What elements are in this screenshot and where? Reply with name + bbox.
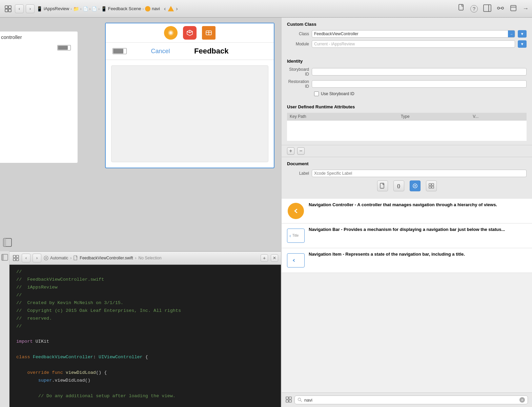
- code-line-2: // FeedbackViewController.swift: [16, 276, 274, 284]
- cancel-button[interactable]: Cancel: [151, 48, 170, 55]
- code-line-10: import UIKit: [16, 338, 274, 346]
- run-icon[interactable]: →: [523, 5, 529, 12]
- code-file-group: FeedbackViewController.swift: [74, 255, 133, 261]
- breadcrumb-doc2[interactable]: 📄: [92, 6, 97, 11]
- nav-forward-button[interactable]: ›: [26, 4, 35, 13]
- controller-battery: [57, 45, 71, 50]
- nav-bar-icon-container: ‹ Title: [287, 227, 305, 244]
- code-line-17: // Do any additional setup after loading…: [16, 392, 274, 400]
- module-placeholder[interactable]: Current - iAppsReview: [312, 40, 515, 48]
- svg-rect-41: [289, 397, 291, 399]
- panel-toggle[interactable]: [3, 238, 12, 249]
- code-selection-label[interactable]: No Selection: [139, 256, 162, 260]
- feedback-toolbar-icons: [106, 23, 274, 43]
- nav-bar-chevron-icon: ‹: [289, 233, 291, 238]
- code-toolbar: ‹ › Automatic › FeedbackViewController.s…: [9, 251, 281, 265]
- nav-back-button[interactable]: ‹: [15, 4, 24, 13]
- nav-controller-item[interactable]: Navigation Controller - A controller tha…: [282, 199, 532, 223]
- circle-icon-btn[interactable]: [410, 180, 421, 191]
- code-line-13: [16, 361, 274, 369]
- code-file-label[interactable]: FeedbackViewController.swift: [80, 256, 133, 260]
- code-line-6: // Copyright (c) 2015 Oak Leaf Enterpris…: [16, 307, 274, 315]
- svg-line-45: [301, 401, 302, 402]
- document-icon[interactable]: [458, 4, 465, 13]
- runtime-remove-btn[interactable]: −: [297, 147, 305, 155]
- use-storyboard-checkbox[interactable]: [314, 91, 319, 96]
- code-nav-forward[interactable]: ›: [33, 254, 41, 262]
- identity-section: Identity Storyboard ID Restoration ID Us…: [282, 55, 532, 100]
- search-grid-icon[interactable]: [286, 397, 292, 404]
- class-arrow-btn[interactable]: →: [508, 30, 515, 37]
- class-row: Class FeedbackViewController → ▼: [287, 30, 527, 38]
- left-toggle-panel[interactable]: [0, 251, 9, 407]
- doc-icon-2: 📄: [92, 6, 97, 11]
- nav-right-arrow[interactable]: ›: [176, 6, 178, 12]
- feedback-icon-yellow: [164, 26, 178, 40]
- debug-icon[interactable]: [510, 4, 517, 13]
- grid-icon[interactable]: [3, 4, 13, 14]
- runtime-add-btn[interactable]: +: [287, 147, 294, 155]
- search-clear-button[interactable]: ✕: [519, 397, 525, 403]
- top-toolbar: ‹ › 📱 iAppsReview › 📁 › 📄 › 📄 › 📱 Feedba…: [0, 0, 532, 18]
- add-assistant-button[interactable]: +: [261, 254, 268, 262]
- nav-item-icon-container: [287, 252, 305, 269]
- svg-rect-40: [286, 397, 288, 399]
- breadcrumb-doc1[interactable]: 📄: [83, 6, 88, 11]
- breadcrumb-iappsreview[interactable]: 📱 iAppsReview: [37, 6, 69, 12]
- connect-icon[interactable]: [497, 4, 504, 13]
- code-grid-icon[interactable]: [12, 254, 20, 262]
- code-nav-back[interactable]: ‹: [22, 254, 30, 262]
- class-input-wrapper: FeedbackViewController →: [312, 30, 515, 38]
- svg-rect-1: [8, 6, 11, 8]
- svg-point-8: [502, 7, 504, 9]
- breadcrumb-feedback-label: navi: [152, 6, 160, 11]
- svg-rect-4: [459, 4, 463, 10]
- search-magnifier-icon: [298, 398, 302, 402]
- storyboard-id-input[interactable]: [312, 68, 527, 76]
- code-area: ‹ › Automatic › FeedbackViewController.s…: [9, 251, 281, 407]
- label-input[interactable]: [312, 170, 527, 177]
- search-input[interactable]: [304, 398, 517, 403]
- bottom-search: ✕: [282, 392, 532, 407]
- doc-icon-btn[interactable]: [377, 180, 388, 191]
- grid-icon-btn[interactable]: [426, 180, 437, 191]
- controller-label: controller: [0, 31, 78, 43]
- code-mode-label[interactable]: Automatic: [50, 256, 68, 260]
- help-icon[interactable]: ?: [470, 5, 478, 13]
- left-controller-card: controller: [0, 31, 78, 163]
- class-dropdown-btn[interactable]: ▼: [518, 30, 527, 38]
- nav-left-arrow[interactable]: ‹: [164, 6, 166, 12]
- restoration-id-input[interactable]: [312, 80, 527, 88]
- storyboard-id-label: Storyboard ID: [287, 67, 309, 77]
- code-line-14: override func viewDidLoad() {: [16, 369, 274, 377]
- close-editor-button[interactable]: ✕: [271, 254, 278, 262]
- breadcrumb-feedback-scene[interactable]: 📱 Feedback Scene: [101, 6, 141, 12]
- warning-icon: [168, 6, 174, 12]
- inspector-icon[interactable]: [483, 4, 491, 13]
- nav-bar-item[interactable]: ‹ Title Navigation Bar - Provides a mech…: [282, 223, 532, 248]
- icon-row: {}: [287, 180, 527, 191]
- toolbar-right-group: ? →: [458, 4, 529, 13]
- runtime-section: User Defined Runtime Attributes Key Path…: [282, 100, 532, 145]
- breadcrumb-folder[interactable]: 📁: [73, 6, 79, 12]
- class-value[interactable]: FeedbackViewController: [312, 31, 508, 36]
- code-line-8: //: [16, 323, 274, 330]
- nav-item-item[interactable]: Navigation Item - Represents a state of …: [282, 248, 532, 273]
- value-header: V...: [470, 113, 527, 121]
- nav-item-name: Navigation Item: [309, 252, 342, 257]
- identity-title: Identity: [287, 59, 527, 64]
- curly-icon-btn[interactable]: {}: [393, 180, 404, 191]
- svg-rect-28: [13, 258, 16, 261]
- main-area: controller: [0, 18, 532, 407]
- nav-item-desc: Represents a state of the navigation bar…: [345, 252, 465, 257]
- code-editor-inner[interactable]: // // FeedbackViewController.swift // iA…: [9, 265, 281, 407]
- type-header: Type: [398, 113, 470, 121]
- svg-rect-33: [380, 183, 384, 188]
- code-line-16: [16, 385, 274, 392]
- svg-rect-23: [3, 238, 6, 247]
- code-line-5: // Created by Kevin McNeish on 3/1/15.: [16, 299, 274, 307]
- svg-line-18: [190, 31, 192, 33]
- module-row: Module Current - iAppsReview ▼: [287, 40, 527, 48]
- breadcrumb-feedback[interactable]: navi: [145, 6, 160, 12]
- module-dropdown-btn[interactable]: ▼: [518, 40, 527, 48]
